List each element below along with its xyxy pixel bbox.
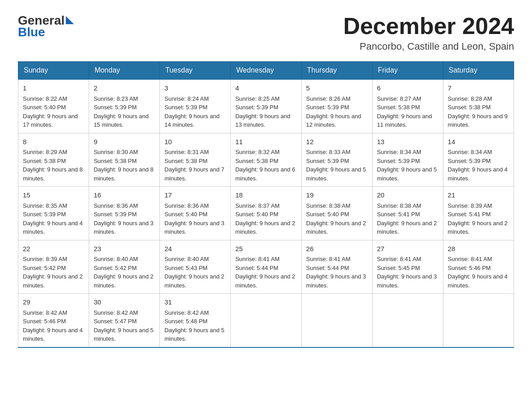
calendar-week-row: 1Sunrise: 8:22 AMSunset: 5:40 PMDaylight… (18, 79, 514, 133)
logo: General Blue (18, 13, 74, 39)
day-info: Sunrise: 8:40 AMSunset: 5:43 PMDaylight:… (164, 255, 226, 290)
calendar-cell (372, 294, 443, 347)
day-number: 14 (448, 137, 509, 147)
calendar-cell: 29Sunrise: 8:42 AMSunset: 5:46 PMDayligh… (18, 294, 89, 347)
day-number: 11 (235, 137, 296, 147)
calendar-cell: 19Sunrise: 8:38 AMSunset: 5:40 PMDayligh… (301, 187, 372, 240)
calendar-cell (443, 294, 514, 347)
day-info: Sunrise: 8:41 AMSunset: 5:45 PMDaylight:… (377, 255, 438, 290)
day-info: Sunrise: 8:40 AMSunset: 5:42 PMDaylight:… (94, 255, 155, 290)
calendar-cell: 6Sunrise: 8:27 AMSunset: 5:38 PMDaylight… (372, 79, 443, 133)
day-info: Sunrise: 8:42 AMSunset: 5:48 PMDaylight:… (164, 308, 226, 343)
page-header: General Blue December 2024 Pancorbo, Cas… (18, 13, 514, 52)
calendar-cell: 11Sunrise: 8:32 AMSunset: 5:38 PMDayligh… (231, 133, 301, 187)
calendar-cell: 26Sunrise: 8:41 AMSunset: 5:44 PMDayligh… (301, 240, 372, 294)
calendar-cell: 21Sunrise: 8:39 AMSunset: 5:41 PMDayligh… (443, 187, 514, 240)
day-info: Sunrise: 8:32 AMSunset: 5:38 PMDaylight:… (235, 148, 296, 183)
day-info: Sunrise: 8:24 AMSunset: 5:39 PMDaylight:… (164, 94, 226, 129)
day-number: 20 (377, 190, 438, 201)
day-number: 24 (164, 244, 226, 254)
day-number: 1 (23, 83, 84, 94)
calendar-cell: 23Sunrise: 8:40 AMSunset: 5:42 PMDayligh… (89, 240, 160, 294)
day-info: Sunrise: 8:25 AMSunset: 5:39 PMDaylight:… (235, 94, 296, 129)
day-info: Sunrise: 8:30 AMSunset: 5:38 PMDaylight:… (94, 148, 155, 183)
calendar-cell: 25Sunrise: 8:41 AMSunset: 5:44 PMDayligh… (231, 240, 301, 294)
day-info: Sunrise: 8:41 AMSunset: 5:46 PMDaylight:… (448, 255, 509, 290)
calendar-cell: 9Sunrise: 8:30 AMSunset: 5:38 PMDaylight… (89, 133, 160, 187)
logo-blue-text: Blue (18, 26, 45, 39)
day-info: Sunrise: 8:42 AMSunset: 5:46 PMDaylight:… (23, 308, 84, 343)
day-number: 18 (235, 190, 296, 201)
calendar-cell: 2Sunrise: 8:23 AMSunset: 5:39 PMDaylight… (89, 79, 160, 133)
col-friday: Friday (372, 62, 443, 80)
calendar-table: Sunday Monday Tuesday Wednesday Thursday… (18, 61, 514, 348)
calendar-cell: 22Sunrise: 8:39 AMSunset: 5:42 PMDayligh… (18, 240, 89, 294)
day-number: 17 (164, 190, 226, 201)
col-wednesday: Wednesday (231, 62, 301, 80)
day-info: Sunrise: 8:39 AMSunset: 5:42 PMDaylight:… (23, 255, 84, 290)
col-sunday: Sunday (18, 62, 89, 80)
day-info: Sunrise: 8:22 AMSunset: 5:40 PMDaylight:… (23, 94, 84, 129)
day-info: Sunrise: 8:38 AMSunset: 5:40 PMDaylight:… (306, 201, 368, 236)
day-info: Sunrise: 8:31 AMSunset: 5:38 PMDaylight:… (164, 148, 226, 183)
day-info: Sunrise: 8:35 AMSunset: 5:39 PMDaylight:… (23, 201, 84, 236)
calendar-week-row: 15Sunrise: 8:35 AMSunset: 5:39 PMDayligh… (18, 187, 514, 240)
day-number: 21 (448, 190, 509, 201)
day-info: Sunrise: 8:41 AMSunset: 5:44 PMDaylight:… (306, 255, 368, 290)
day-info: Sunrise: 8:34 AMSunset: 5:39 PMDaylight:… (448, 148, 509, 183)
calendar-cell: 17Sunrise: 8:36 AMSunset: 5:40 PMDayligh… (160, 187, 231, 240)
day-info: Sunrise: 8:39 AMSunset: 5:41 PMDaylight:… (448, 201, 509, 236)
day-info: Sunrise: 8:28 AMSunset: 5:38 PMDaylight:… (448, 94, 509, 129)
day-number: 30 (94, 297, 155, 308)
day-number: 26 (306, 244, 368, 254)
calendar-cell: 14Sunrise: 8:34 AMSunset: 5:39 PMDayligh… (443, 133, 514, 187)
day-info: Sunrise: 8:33 AMSunset: 5:39 PMDaylight:… (306, 148, 368, 183)
day-number: 13 (377, 137, 438, 147)
calendar-header-row: Sunday Monday Tuesday Wednesday Thursday… (18, 62, 514, 80)
day-number: 29 (23, 297, 84, 308)
day-info: Sunrise: 8:36 AMSunset: 5:40 PMDaylight:… (164, 201, 226, 236)
day-number: 7 (448, 83, 509, 94)
day-number: 6 (377, 83, 438, 94)
calendar-cell: 1Sunrise: 8:22 AMSunset: 5:40 PMDaylight… (18, 79, 89, 133)
calendar-cell: 16Sunrise: 8:36 AMSunset: 5:39 PMDayligh… (89, 187, 160, 240)
day-number: 22 (23, 244, 84, 254)
day-number: 5 (306, 83, 368, 94)
day-number: 16 (94, 190, 155, 201)
svg-marker-0 (66, 16, 74, 24)
day-number: 4 (235, 83, 296, 94)
calendar-cell: 27Sunrise: 8:41 AMSunset: 5:45 PMDayligh… (372, 240, 443, 294)
col-monday: Monday (89, 62, 160, 80)
calendar-cell: 12Sunrise: 8:33 AMSunset: 5:39 PMDayligh… (301, 133, 372, 187)
day-info: Sunrise: 8:38 AMSunset: 5:41 PMDaylight:… (377, 201, 438, 236)
day-info: Sunrise: 8:36 AMSunset: 5:39 PMDaylight:… (94, 201, 155, 236)
day-info: Sunrise: 8:37 AMSunset: 5:40 PMDaylight:… (235, 201, 296, 236)
day-info: Sunrise: 8:41 AMSunset: 5:44 PMDaylight:… (235, 255, 296, 290)
title-section: December 2024 Pancorbo, Castille and Leo… (343, 13, 514, 52)
calendar-cell: 18Sunrise: 8:37 AMSunset: 5:40 PMDayligh… (231, 187, 301, 240)
logo-arrow-icon (66, 16, 74, 24)
calendar-cell: 3Sunrise: 8:24 AMSunset: 5:39 PMDaylight… (160, 79, 231, 133)
month-title: December 2024 (343, 13, 514, 39)
day-info: Sunrise: 8:26 AMSunset: 5:39 PMDaylight:… (306, 94, 368, 129)
day-number: 9 (94, 137, 155, 147)
day-info: Sunrise: 8:29 AMSunset: 5:38 PMDaylight:… (23, 148, 84, 183)
day-number: 25 (235, 244, 296, 254)
day-info: Sunrise: 8:23 AMSunset: 5:39 PMDaylight:… (94, 94, 155, 129)
day-number: 8 (23, 137, 84, 147)
col-saturday: Saturday (443, 62, 514, 80)
calendar-cell: 7Sunrise: 8:28 AMSunset: 5:38 PMDaylight… (443, 79, 514, 133)
location-subtitle: Pancorbo, Castille and Leon, Spain (343, 41, 514, 52)
calendar-cell: 8Sunrise: 8:29 AMSunset: 5:38 PMDaylight… (18, 133, 89, 187)
calendar-cell: 24Sunrise: 8:40 AMSunset: 5:43 PMDayligh… (160, 240, 231, 294)
day-number: 27 (377, 244, 438, 254)
calendar-cell: 10Sunrise: 8:31 AMSunset: 5:38 PMDayligh… (160, 133, 231, 187)
calendar-cell: 20Sunrise: 8:38 AMSunset: 5:41 PMDayligh… (372, 187, 443, 240)
calendar-week-row: 22Sunrise: 8:39 AMSunset: 5:42 PMDayligh… (18, 240, 514, 294)
col-thursday: Thursday (301, 62, 372, 80)
day-number: 19 (306, 190, 368, 201)
day-number: 10 (164, 137, 226, 147)
calendar-week-row: 8Sunrise: 8:29 AMSunset: 5:38 PMDaylight… (18, 133, 514, 187)
day-info: Sunrise: 8:42 AMSunset: 5:47 PMDaylight:… (94, 308, 155, 343)
day-number: 2 (94, 83, 155, 94)
